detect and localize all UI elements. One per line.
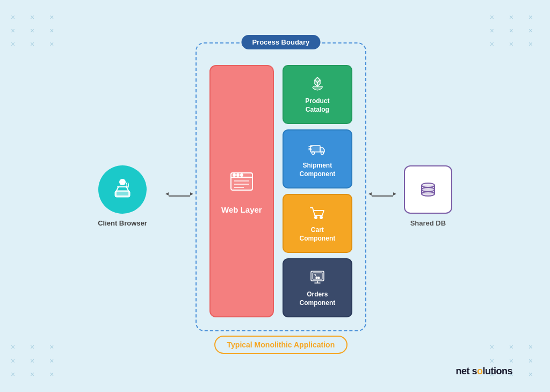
svg-point-37 [422, 192, 435, 196]
product-catalog-icon [308, 75, 327, 93]
process-boundary-wrapper: Process Boudary [196, 42, 366, 350]
svg-point-26 [318, 278, 319, 279]
shipment-component-label: ShipmentComponent [300, 162, 336, 178]
svg-text:)): )) [126, 182, 129, 188]
main-content: )) Client Browser Process Boudary [98, 42, 452, 350]
client-browser-icon: )) [98, 165, 147, 214]
product-catalog-box: ProductCatalog [283, 65, 352, 124]
product-catalog-label: ProductCatalog [305, 97, 329, 114]
client-browser-label: Client Browser [98, 219, 147, 227]
svg-point-9 [233, 174, 235, 176]
right-arrow [372, 195, 393, 197]
shared-db-box [404, 165, 452, 214]
shared-db: Shared DB [404, 165, 452, 227]
monolithic-label-container: Typical Monolithic Application [196, 340, 366, 350]
shipment-component-box: ShipmentComponent [283, 129, 352, 188]
process-boundary-label: Process Boudary [241, 35, 320, 49]
web-layer: Web Layer [209, 65, 274, 317]
process-boundary: Process Boudary [196, 42, 366, 331]
orders-component-box: OrdersComponent [283, 258, 352, 317]
svg-point-21 [315, 216, 317, 219]
cart-component-label: CartComponent [300, 226, 336, 243]
svg-point-17 [321, 152, 323, 155]
logo: net solutions [455, 366, 512, 377]
left-arrow [169, 195, 190, 197]
client-browser: )) Client Browser [98, 165, 147, 227]
cart-icon [308, 204, 327, 222]
svg-point-10 [237, 174, 239, 176]
shipment-icon [308, 139, 327, 157]
web-layer-label: Web Layer [221, 205, 262, 214]
svg-point-11 [241, 174, 243, 176]
orders-icon [308, 268, 327, 286]
svg-point-0 [119, 179, 126, 185]
components-column: ProductCatalog [283, 65, 352, 317]
cart-component-box: CartComponent [283, 194, 352, 253]
person-laptop-icon: )) [108, 176, 136, 204]
svg-point-22 [320, 216, 322, 219]
svg-point-16 [312, 152, 314, 155]
web-layer-icon [229, 169, 255, 197]
monolithic-label: Typical Monolithic Application [214, 336, 348, 354]
database-icon [418, 179, 438, 200]
left-arrow-line [169, 195, 190, 197]
browser-window-icon [229, 169, 255, 194]
diagram-container: )) Client Browser Process Boudary [32, 16, 518, 376]
shared-db-label: Shared DB [410, 219, 446, 227]
right-arrow-line [372, 195, 393, 197]
logo-highlight: o [477, 366, 483, 376]
svg-point-25 [316, 278, 317, 279]
svg-rect-3 [117, 192, 128, 195]
orders-component-label: OrdersComponent [300, 291, 336, 307]
